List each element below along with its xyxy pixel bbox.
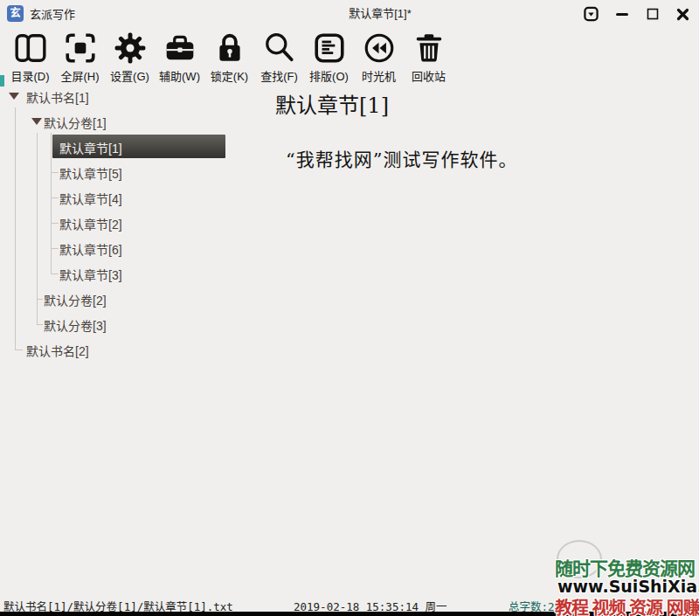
tree-connector-stub — [51, 273, 59, 274]
tree-connector-stub — [51, 197, 59, 198]
tree-item[interactable]: 默认书名[2] — [0, 338, 252, 361]
toolbar-button-timemachine[interactable]: 时光机 — [354, 31, 404, 84]
tree-item-label: 默认章节[3] — [59, 266, 122, 283]
tree-item[interactable]: 默认章节[6] — [0, 237, 252, 260]
close-icon — [676, 8, 689, 21]
document-tree: 默认书名[1]默认分卷[1]默认章节[1]默认章节[5]默认章节[4]默认章节[… — [0, 0, 253, 577]
tree-item[interactable]: 默认章节[2] — [0, 211, 252, 234]
tree-item[interactable]: 默认章节[1] — [0, 135, 252, 158]
tree-item-label: 默认分卷[1] — [44, 114, 107, 131]
minimize-icon — [615, 7, 629, 21]
editor-body-text[interactable]: “我帮找网”测试写作软件。 — [286, 145, 517, 171]
timemachine-icon — [363, 31, 396, 65]
tree-item[interactable]: 默认书名[1] — [0, 85, 252, 107]
tree-item-label: 默认章节[1] — [59, 139, 122, 156]
tree-item-label: 默认章节[6] — [59, 240, 122, 258]
tree-connector-stub — [51, 223, 59, 224]
expand-arrow-icon[interactable] — [31, 118, 42, 125]
search-icon — [263, 31, 296, 65]
tree-item[interactable]: 默认章节[3] — [0, 262, 252, 285]
tree-item-label: 默认分卷[2] — [44, 291, 107, 308]
close-button[interactable] — [675, 7, 690, 22]
tree-item[interactable]: 默认分卷[3] — [0, 313, 252, 336]
tree-connector-stub — [37, 324, 43, 325]
tree-item-label: 默认书名[1] — [26, 88, 89, 106]
toolbar-label: 排版(O) — [309, 67, 349, 84]
tree-item[interactable]: 默认分卷[1] — [0, 110, 252, 133]
tree-item-label: 默认章节[2] — [59, 215, 122, 232]
app-window: { "window": { "app_name": "玄派写作", "app_i… — [0, 0, 699, 616]
maximize-button[interactable] — [645, 7, 660, 22]
tray-dropdown-button[interactable] — [584, 7, 599, 22]
watermark-url: www.SuiShiXia.com — [557, 577, 699, 596]
boxed-down-arrow-icon — [584, 6, 599, 22]
tree-item-label: 默认章节[5] — [59, 164, 122, 182]
toolbar-label: 回收站 — [412, 67, 446, 84]
tree-item[interactable]: 默认分卷[2] — [0, 287, 252, 310]
tree-item-label: 默认分卷[3] — [44, 316, 107, 334]
window-controls — [584, 0, 690, 28]
recyclebin-icon — [412, 31, 446, 65]
tree-connector-stub — [51, 172, 59, 173]
tree-item[interactable]: 默认章节[5] — [0, 161, 252, 183]
maximize-icon — [646, 7, 660, 21]
minimize-button[interactable] — [614, 7, 629, 22]
toolbar-label: 时光机 — [362, 67, 396, 84]
tree-item-label: 默认书名[2] — [26, 342, 89, 359]
editor-chapter-title[interactable]: 默认章节[1] — [275, 88, 389, 119]
expand-arrow-icon[interactable] — [9, 93, 19, 100]
toolbar-label: 查找(F) — [260, 67, 298, 84]
watermark-tags: 教程 视频 资源 网赚 — [555, 594, 699, 616]
toolbar-button-search[interactable]: 查找(F) — [254, 31, 304, 84]
toolbar-button-typeset[interactable]: 排版(O) — [304, 31, 354, 84]
tree-connector-stub — [51, 248, 59, 249]
toolbar-button-recyclebin[interactable]: 回收站 — [404, 31, 453, 84]
tree-item-label: 默认章节[4] — [59, 190, 122, 207]
tree-item[interactable]: 默认章节[4] — [0, 186, 252, 209]
tree-connector-stub — [37, 299, 43, 300]
typeset-icon — [313, 31, 346, 65]
tree-connector-stub — [15, 350, 23, 350]
